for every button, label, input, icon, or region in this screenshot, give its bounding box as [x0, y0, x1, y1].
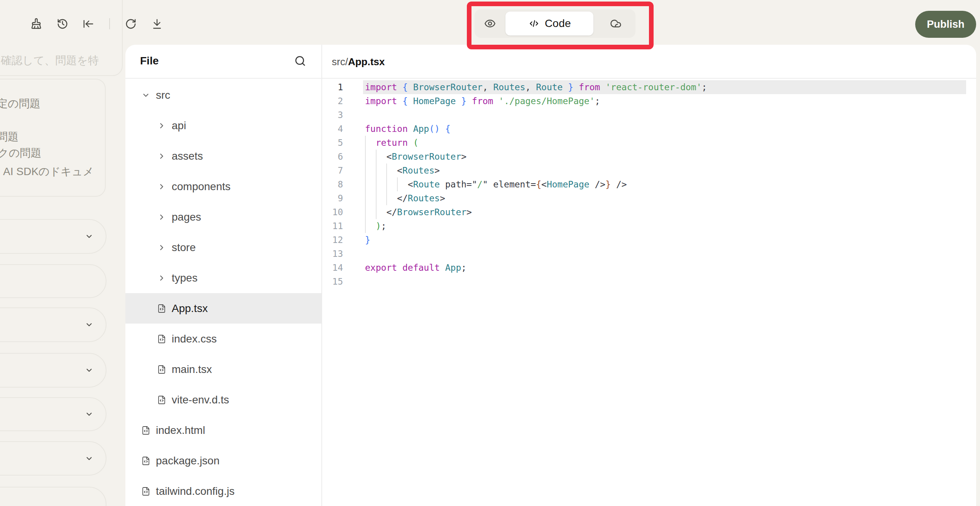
path-prefix: src/	[332, 56, 348, 67]
sidebar-collapsed-card[interactable]	[0, 441, 106, 476]
chevron-right-icon	[157, 212, 167, 222]
code-brackets-icon	[528, 19, 540, 29]
cloud-icon	[610, 18, 622, 29]
file-tree: srcapiassetscomponentspagesstoretypesApp…	[125, 80, 321, 506]
code-line-content: }	[365, 233, 370, 247]
code-line[interactable]: 13	[321, 247, 976, 261]
code-line-content: </BrowserRouter>	[365, 205, 472, 219]
file-code-icon	[141, 425, 151, 435]
sidebar-text-line: クの問題	[0, 146, 41, 160]
code-line[interactable]: 4function App() {	[321, 122, 976, 136]
chevron-right-icon	[157, 273, 167, 283]
code-line[interactable]: 3	[321, 108, 976, 122]
chat-sidebar: 確認して、問題を特 定の問題問題クの問題AI SDKのドキュメ	[0, 0, 125, 506]
view-toggle: Code	[475, 9, 635, 38]
publish-button[interactable]: Publish	[915, 11, 976, 38]
tree-item-label: App.tsx	[172, 302, 208, 315]
deploy-cloud-button[interactable]	[596, 9, 635, 38]
line-number: 3	[321, 108, 343, 122]
sidebar-collapsed-card[interactable]	[0, 219, 106, 254]
chevron-down-icon[interactable]	[85, 366, 93, 374]
code-line-content: import { BrowserRouter, Routes, Route } …	[365, 80, 707, 94]
file-panel-title: File	[140, 55, 159, 67]
line-number: 8	[321, 177, 343, 191]
line-number: 1	[321, 80, 343, 94]
tree-item-index.html[interactable]: index.html	[125, 415, 321, 445]
artifact-panel: File srcapiassetscomponentspagesstoretyp…	[125, 45, 976, 506]
line-number: 4	[321, 122, 343, 136]
code-line-content: function App() {	[365, 122, 451, 136]
code-line[interactable]: 11 );	[321, 219, 976, 233]
preview-eye-button[interactable]	[475, 9, 505, 38]
code-line[interactable]: 9 </Routes>	[321, 191, 976, 205]
sidebar-collapsed-card[interactable]	[0, 264, 106, 298]
line-number: 13	[321, 247, 343, 261]
tree-item-label: pages	[172, 211, 201, 223]
sidebar-text-line: AI SDKのドキュメ	[3, 164, 94, 179]
code-line[interactable]: 6 <BrowserRouter>	[321, 150, 976, 164]
tree-item-pages[interactable]: pages	[125, 202, 321, 232]
tree-item-store[interactable]: store	[125, 232, 321, 263]
tree-item-label: assets	[172, 150, 203, 162]
code-line[interactable]: 14export default App;	[321, 261, 976, 275]
tree-item-main.tsx[interactable]: main.tsx	[125, 354, 321, 385]
sidebar-collapsed-card[interactable]	[0, 353, 106, 388]
tree-item-assets[interactable]: assets	[125, 141, 321, 171]
chevron-down-icon[interactable]	[85, 232, 93, 241]
chevron-right-icon	[157, 182, 167, 192]
code-line-content: export default App;	[365, 261, 466, 275]
chevron-down-icon[interactable]	[85, 320, 93, 329]
tree-item-label: vite-env.d.ts	[172, 394, 229, 406]
tree-item-App.tsx[interactable]: App.tsx	[125, 293, 321, 324]
tree-item-components[interactable]: components	[125, 171, 321, 202]
code-line-content: );	[365, 219, 386, 233]
code-line[interactable]: 8 <Route path="/" element={<HomePage />}…	[321, 177, 976, 191]
code-line-content: </Routes>	[365, 191, 445, 205]
search-icon[interactable]	[294, 55, 306, 67]
chevron-right-icon	[157, 121, 167, 131]
tree-item-label: src	[156, 89, 170, 101]
code-editor[interactable]: 1import { BrowserRouter, Routes, Route }…	[321, 79, 976, 506]
chevron-down-icon[interactable]	[85, 454, 93, 463]
tree-item-types[interactable]: types	[125, 263, 321, 293]
editor-breadcrumb: src/App.tsx	[332, 56, 385, 68]
sidebar-collapsed-card[interactable]	[0, 487, 106, 506]
tree-item-package.json[interactable]: package.json	[125, 445, 321, 476]
download-icon[interactable]	[151, 18, 163, 30]
tree-item-src[interactable]: src	[125, 80, 321, 110]
code-line[interactable]: 12}	[321, 233, 976, 247]
line-number: 6	[321, 150, 343, 164]
tree-item-label: index.css	[172, 333, 217, 345]
code-tab-button[interactable]: Code	[505, 12, 593, 35]
sidebar-collapsed-card[interactable]	[0, 307, 106, 342]
file-code-icon	[141, 456, 151, 466]
code-line[interactable]: 7 <Routes>	[321, 164, 976, 177]
line-number: 11	[321, 219, 343, 233]
sidebar-message-card-top	[0, 0, 123, 76]
code-line[interactable]: 15	[321, 275, 976, 288]
code-line[interactable]: 2import { HomePage } from './pages/HomeP…	[321, 94, 976, 108]
tree-item-label: package.json	[156, 455, 220, 467]
code-line[interactable]: 5 return (	[321, 136, 976, 150]
code-line[interactable]: 1import { BrowserRouter, Routes, Route }…	[321, 80, 976, 94]
chevron-down-icon	[141, 90, 151, 100]
refresh-icon[interactable]	[125, 18, 137, 30]
chevron-down-icon[interactable]	[85, 410, 93, 418]
code-line-content: <BrowserRouter>	[365, 150, 466, 164]
tree-item-label: components	[172, 180, 231, 193]
tree-item-tailwind.config.js[interactable]: tailwind.config.js	[125, 476, 321, 506]
sidebar-text-line: 定の問題	[0, 96, 41, 111]
tree-item-label: api	[172, 120, 186, 132]
sidebar-collapsed-card[interactable]	[0, 397, 106, 431]
line-number: 15	[321, 275, 343, 288]
line-number: 10	[321, 205, 343, 219]
tree-item-api[interactable]: api	[125, 110, 321, 141]
path-filename: App.tsx	[348, 56, 385, 67]
tree-item-index.css[interactable]: index.css	[125, 324, 321, 354]
tree-item-label: store	[172, 241, 196, 254]
code-line[interactable]: 10 </BrowserRouter>	[321, 205, 976, 219]
line-number: 2	[321, 94, 343, 108]
tree-item-vite-env.d.ts[interactable]: vite-env.d.ts	[125, 385, 321, 415]
file-code-icon	[141, 486, 151, 496]
line-number: 7	[321, 164, 343, 177]
